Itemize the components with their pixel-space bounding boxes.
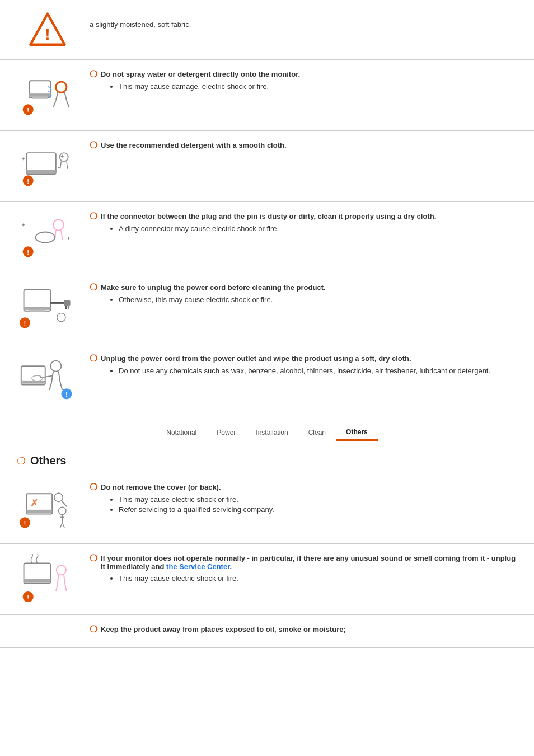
detergent-illustration: ✦ ✦ ✦ !	[18, 141, 77, 191]
wipe-content: ❍ Unplug the power cord from the power o…	[84, 354, 517, 377]
wipe-icon-col: !	[17, 354, 84, 405]
section-cover: ✗ ! ❍ Do not remove the cover (or back).…	[0, 473, 534, 544]
tab-power[interactable]: Power	[207, 425, 246, 441]
spray-illustration: !	[18, 70, 77, 120]
tab-installation[interactable]: Installation	[246, 425, 298, 441]
spray-content: ❍ Do not spray water or detergent direct…	[84, 70, 517, 92]
svg-line-47	[60, 382, 62, 390]
connector-content: ❍ If the connector between the plug and …	[84, 212, 517, 234]
svg-line-45	[58, 372, 60, 382]
svg-line-7	[64, 91, 67, 100]
section-spray: ! ❍ Do not spray water or detergent dire…	[0, 60, 534, 131]
svg-line-70	[64, 575, 65, 584]
svg-point-49	[31, 375, 42, 381]
tab-notational[interactable]: Notational	[156, 425, 207, 441]
bullet-circle-cover: ❍	[90, 483, 97, 492]
svg-point-43	[50, 361, 61, 372]
svg-text:!: !	[27, 178, 29, 185]
unplug-icon-col: !	[17, 283, 84, 334]
svg-line-46	[49, 382, 51, 390]
svg-rect-55	[26, 510, 52, 513]
svg-text:!: !	[24, 320, 26, 327]
connector-bullets: A dirty connector may cause electric sho…	[119, 224, 517, 233]
abnormal-bullets: This may cause electric shock or fire.	[119, 574, 517, 583]
abnormal-icon-col: !	[17, 554, 84, 604]
unplug-illustration: !	[18, 283, 77, 334]
svg-rect-35	[29, 310, 45, 312]
section-detergent: ✦ ✦ ✦ ! ❍ Use the recommended detergent …	[0, 131, 534, 202]
svg-point-68	[56, 565, 65, 575]
svg-line-69	[57, 575, 58, 584]
svg-rect-37	[64, 300, 70, 306]
spray-title: ❍ Do not spray water or detergent direct…	[90, 70, 517, 79]
top-section: ! a slightly moistened, soft fabric.	[0, 0, 534, 60]
svg-text:✦: ✦	[21, 222, 25, 228]
svg-line-71	[55, 585, 57, 591]
connector-illustration: ✦ ✦ !	[18, 212, 77, 262]
svg-line-57	[61, 500, 67, 506]
svg-rect-16	[26, 170, 56, 174]
page: ! a slightly moistened, soft fabric.	[0, 0, 534, 648]
svg-point-25	[53, 220, 64, 231]
bullet-circle-wipe: ❍	[90, 354, 97, 363]
connector-title: ❍ If the connector between the plug and …	[90, 212, 517, 221]
detergent-icon-col: ✦ ✦ ✦ !	[17, 141, 84, 191]
svg-text:!: !	[45, 26, 50, 43]
tab-others[interactable]: Others	[336, 425, 378, 441]
cover-illustration: ✗ !	[18, 483, 77, 533]
svg-line-65	[62, 523, 64, 528]
svg-point-5	[55, 82, 66, 92]
svg-text:!: !	[65, 391, 68, 398]
svg-rect-3	[29, 93, 50, 97]
svg-text:✦: ✦	[66, 236, 71, 241]
svg-text:!: !	[27, 107, 29, 114]
svg-text:✗: ✗	[30, 497, 38, 509]
abnormal-content: ❍ If your monitor does not operate norma…	[84, 554, 517, 584]
bullet-circle-unplug: ❍	[90, 283, 97, 292]
svg-point-61	[58, 507, 65, 514]
warning-icon-col: !	[17, 10, 84, 49]
warning-triangle-icon: !	[28, 10, 67, 49]
oilsmoke-content: ❍ Keep the product away from places expo…	[84, 625, 517, 637]
navigation-bar: Notational Power Installation Clean Othe…	[0, 415, 534, 447]
bullet-circle-detergent: ❍	[90, 141, 97, 150]
svg-text:!: !	[24, 520, 26, 527]
section-wipe: ! ❍ Unplug the power cord from the power…	[0, 344, 534, 415]
cover-icon-col: ✗ !	[17, 483, 84, 533]
svg-point-40	[57, 313, 65, 322]
section-abnormal: ! ❍ If your monitor does not operate nor…	[0, 544, 534, 615]
svg-line-6	[55, 91, 58, 100]
wipe-illustration: !	[18, 354, 77, 405]
bullet-circle-oilsmoke: ❍	[90, 625, 97, 634]
tab-clean[interactable]: Clean	[298, 425, 336, 441]
wipe-title: ❍ Unplug the power cord from the power o…	[90, 354, 517, 363]
cover-content: ❍ Do not remove the cover (or back). Thi…	[84, 483, 517, 515]
svg-text:!: !	[27, 249, 29, 256]
svg-line-22	[66, 161, 67, 168]
cover-bullets: This may cause electric shock or fire. R…	[119, 495, 517, 514]
spray-bullets: This may cause damage, electric shock or…	[119, 82, 517, 91]
service-center-link[interactable]: the Service Center	[166, 562, 229, 571]
svg-rect-4	[31, 97, 48, 99]
detergent-content: ❍ Use the recommended detergent with a s…	[84, 141, 517, 153]
oilsmoke-title: ❍ Keep the product away from places expo…	[90, 625, 517, 634]
svg-line-72	[65, 585, 67, 591]
svg-line-9	[66, 101, 69, 107]
svg-rect-34	[24, 307, 50, 310]
bullet-circle-spray: ❍	[90, 70, 97, 79]
section-oilsmoke: ❍ Keep the product away from places expo…	[0, 615, 534, 648]
svg-text:✦: ✦	[21, 156, 25, 162]
svg-line-44	[51, 372, 53, 382]
cover-title: ❍ Do not remove the cover (or back).	[90, 483, 517, 492]
section-connector: ✦ ✦ ! ❍ If the connector between the plu…	[0, 202, 534, 273]
svg-line-27	[61, 231, 62, 240]
top-text: a slightly moistened, soft fabric.	[84, 10, 517, 29]
unplug-content: ❍ Make sure to unplug the power cord bef…	[84, 283, 517, 306]
others-heading: ❍ Others	[0, 447, 534, 473]
others-heading-text: Others	[30, 454, 66, 467]
unplug-title: ❍ Make sure to unplug the power cord bef…	[90, 283, 517, 292]
svg-point-28	[35, 232, 54, 242]
bullet-circle-abnormal: ❍	[90, 554, 97, 563]
svg-rect-51	[21, 381, 45, 384]
wipe-bullets: Do not use any chemicals such as wax, be…	[119, 367, 517, 375]
